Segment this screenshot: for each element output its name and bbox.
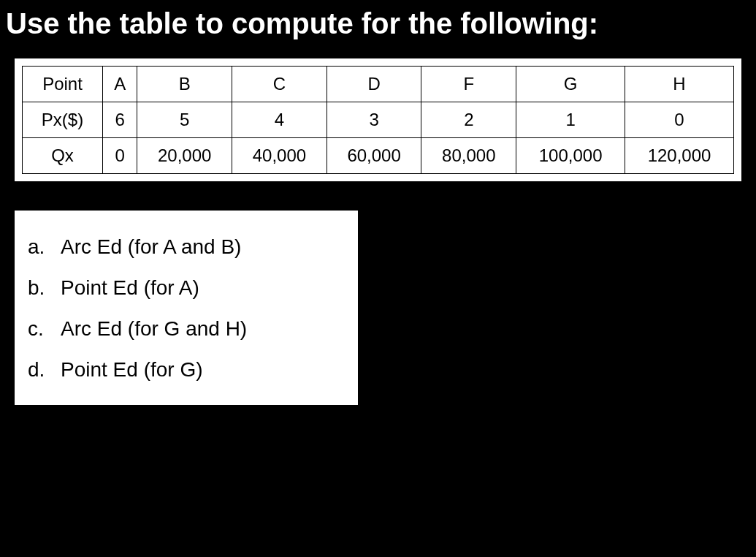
table-cell: 40,000 (232, 138, 327, 174)
table-cell: D (327, 67, 421, 102)
table-cell: 120,000 (625, 138, 734, 174)
question-marker: a. (28, 235, 61, 259)
table-cell: F (421, 67, 516, 102)
table-cell: 80,000 (421, 138, 516, 174)
question-text: Point Ed (for A) (61, 276, 199, 300)
questions-box: a. Arc Ed (for A and B) b. Point Ed (for… (15, 211, 358, 405)
row-label: Point (23, 67, 103, 102)
question-text: Point Ed (for G) (61, 358, 203, 382)
list-item: c. Arc Ed (for G and H) (28, 308, 345, 349)
table-cell: 5 (137, 102, 232, 138)
table-cell: 0 (103, 138, 137, 174)
row-label: Px($) (23, 102, 103, 138)
table-row: Point A B C D F G H (23, 67, 734, 102)
table-cell: 0 (625, 102, 734, 138)
table-cell: 100,000 (516, 138, 625, 174)
question-marker: c. (28, 317, 61, 341)
list-item: b. Point Ed (for A) (28, 268, 345, 308)
table-cell: 60,000 (327, 138, 421, 174)
table-cell: G (516, 67, 625, 102)
question-text: Arc Ed (for A and B) (61, 235, 241, 259)
table-cell: 3 (327, 102, 421, 138)
table-cell: 4 (232, 102, 327, 138)
table-row: Qx 0 20,000 40,000 60,000 80,000 100,000… (23, 138, 734, 174)
table-cell: B (137, 67, 232, 102)
row-label: Qx (23, 138, 103, 174)
table-cell: C (232, 67, 327, 102)
question-marker: d. (28, 358, 61, 382)
table-cell: 20,000 (137, 138, 232, 174)
questions-list: a. Arc Ed (for A and B) b. Point Ed (for… (28, 227, 345, 390)
list-item: a. Arc Ed (for A and B) (28, 227, 345, 268)
list-item: d. Point Ed (for G) (28, 349, 345, 390)
table-cell: 2 (421, 102, 516, 138)
table-cell: 6 (103, 102, 137, 138)
table-container: Point A B C D F G H Px($) 6 5 4 3 2 1 0 … (15, 58, 741, 181)
question-marker: b. (28, 276, 61, 300)
table-cell: 1 (516, 102, 625, 138)
question-text: Arc Ed (for G and H) (61, 317, 247, 341)
table-row: Px($) 6 5 4 3 2 1 0 (23, 102, 734, 138)
table-cell: H (625, 67, 734, 102)
table-cell: A (103, 67, 137, 102)
data-table: Point A B C D F G H Px($) 6 5 4 3 2 1 0 … (22, 66, 734, 174)
page-title: Use the table to compute for the followi… (0, 0, 756, 58)
